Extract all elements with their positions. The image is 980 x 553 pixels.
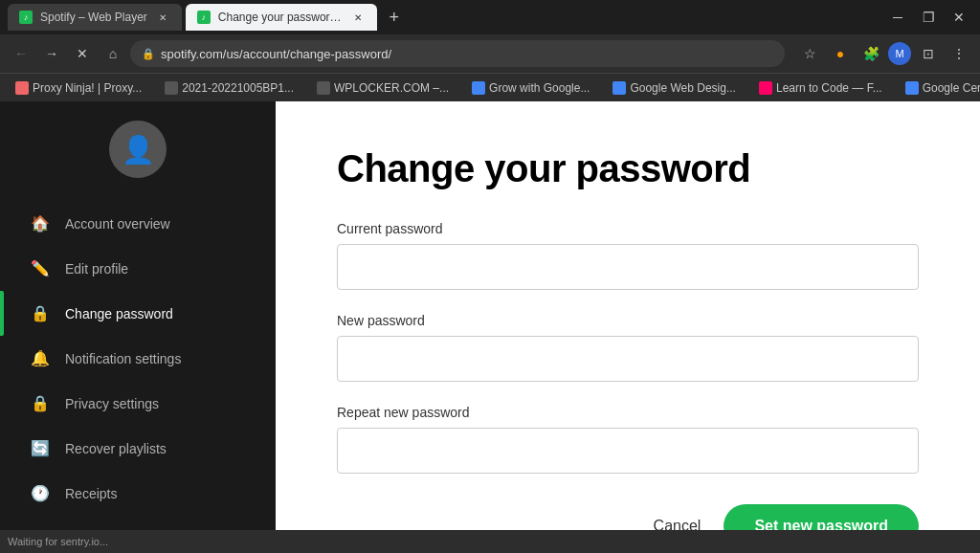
tab-favicon-change-password: ♪ — [197, 11, 211, 24]
reload-button[interactable]: ✕ — [69, 40, 96, 67]
content-area: Change your password Current password Ne… — [276, 101, 980, 530]
recover-icon: 🔄 — [31, 439, 50, 457]
sidebar-item-apps[interactable]: 🧩 Apps — [0, 516, 276, 530]
cast-button[interactable]: ⊡ — [915, 40, 942, 67]
form-actions: Cancel Set new password — [337, 504, 919, 530]
sidebar-nav: 🏠 Account overview ✏️ Edit profile 🔒 Cha… — [0, 193, 276, 530]
bookmarks-bar: Proxy Ninja! | Proxy... 2021-20221005BP1… — [0, 73, 980, 101]
edit-icon: ✏️ — [31, 259, 50, 277]
maximize-button[interactable]: ❐ — [915, 4, 942, 31]
apps-icon: 🧩 — [31, 529, 50, 530]
cancel-button[interactable]: Cancel — [654, 506, 702, 530]
bookmark-favicon — [165, 81, 178, 95]
tab-spotify-player[interactable]: ♪ Spotify – Web Player ✕ — [8, 4, 182, 31]
repeat-new-password-input[interactable] — [337, 428, 919, 474]
sidebar: 👤 🏠 Account overview ✏️ Edit profile 🔒 C… — [0, 101, 276, 530]
bookmark-2021[interactable]: 2021-20221005BP1... — [157, 79, 301, 97]
new-password-group: New password — [337, 313, 919, 382]
bookmark-favicon — [759, 81, 772, 95]
home-button[interactable]: ⌂ — [100, 40, 126, 67]
sidebar-label-notification-settings: Notification settings — [65, 351, 181, 366]
repeat-new-password-group: Repeat new password — [337, 405, 919, 474]
new-password-input[interactable] — [337, 336, 919, 382]
tab-favicon-spotify: ♪ — [19, 11, 33, 24]
receipts-icon: 🕐 — [31, 484, 50, 502]
sidebar-item-notification-settings[interactable]: 🔔 Notification settings — [0, 336, 276, 381]
lock-icon: 🔒 — [31, 304, 50, 322]
page-title: Change your password — [337, 147, 919, 190]
sidebar-item-edit-profile[interactable]: ✏️ Edit profile — [0, 246, 276, 291]
minimize-button[interactable]: ─ — [884, 4, 911, 31]
sidebar-item-change-password[interactable]: 🔒 Change password — [0, 291, 276, 336]
extensions-button[interactable]: 🧩 — [858, 40, 884, 67]
sidebar-item-privacy-settings[interactable]: 🔒 Privacy settings — [0, 381, 276, 426]
user-avatar-section: 👤 — [0, 101, 276, 193]
url-text: spotify.com/us/account/change-password/ — [161, 47, 391, 61]
back-button[interactable]: ← — [8, 40, 34, 67]
sidebar-label-change-password: Change password — [65, 306, 173, 321]
tab-bar: ♪ Spotify – Web Player ✕ ♪ Change your p… — [0, 0, 980, 34]
bookmark-wplocker[interactable]: WPLOCKER.COM –... — [309, 79, 457, 97]
bookmark-star-icon[interactable]: ☆ — [796, 40, 823, 67]
sidebar-item-account-overview[interactable]: 🏠 Account overview — [0, 201, 276, 246]
tab-close-change-password[interactable]: ✕ — [350, 10, 366, 25]
tab-change-password[interactable]: ♪ Change your password – Spotify ✕ — [186, 4, 377, 31]
nav-actions: ☆ ● 🧩 M ⊡ ⋮ — [796, 40, 972, 67]
bookmark-favicon — [15, 81, 29, 95]
main-content: 👤 🏠 Account overview ✏️ Edit profile 🔒 C… — [0, 101, 980, 530]
extension-icon[interactable]: ● — [827, 40, 854, 67]
bookmark-grow-google[interactable]: Grow with Google... — [464, 79, 597, 97]
current-password-group: Current password — [337, 221, 919, 290]
bookmark-google-certified[interactable]: Google Certified Co... — [898, 79, 980, 97]
more-options-button[interactable]: ⋮ — [946, 40, 972, 67]
secure-lock-icon: 🔒 — [142, 48, 155, 60]
sidebar-label-recover-playlists: Recover playlists — [65, 441, 167, 456]
bookmark-learn-code[interactable]: Learn to Code — F... — [751, 79, 890, 97]
sidebar-label-privacy-settings: Privacy settings — [65, 396, 159, 411]
close-window-button[interactable]: ✕ — [946, 4, 972, 31]
profile-button[interactable]: M — [888, 42, 911, 65]
sidebar-label-receipts: Receipts — [65, 486, 117, 501]
home-icon: 🏠 — [31, 214, 50, 232]
bookmark-proxy-ninja[interactable]: Proxy Ninja! | Proxy... — [8, 79, 149, 97]
set-new-password-button[interactable]: Set new password — [724, 504, 919, 530]
bookmark-favicon — [905, 81, 919, 95]
sidebar-label-edit-profile: Edit profile — [65, 261, 128, 276]
user-avatar[interactable]: 👤 — [109, 121, 167, 178]
tab-controls: ─ ❐ ✕ — [884, 4, 972, 31]
forward-button[interactable]: → — [38, 40, 65, 67]
bell-icon: 🔔 — [31, 349, 50, 367]
bookmark-favicon — [612, 81, 626, 95]
sidebar-item-receipts[interactable]: 🕐 Receipts — [0, 471, 276, 516]
bookmark-google-web[interactable]: Google Web Desig... — [605, 79, 744, 97]
bookmark-favicon — [317, 81, 330, 95]
nav-bar: ← → ✕ ⌂ 🔒 spotify.com/us/account/change-… — [0, 34, 980, 73]
privacy-lock-icon: 🔒 — [31, 394, 50, 412]
current-password-label: Current password — [337, 221, 919, 236]
address-bar[interactable]: 🔒 spotify.com/us/account/change-password… — [130, 40, 785, 67]
sidebar-item-recover-playlists[interactable]: 🔄 Recover playlists — [0, 426, 276, 471]
current-password-input[interactable] — [337, 244, 919, 290]
new-password-label: New password — [337, 313, 919, 328]
bookmark-favicon — [472, 81, 485, 95]
browser-chrome: ♪ Spotify – Web Player ✕ ♪ Change your p… — [0, 0, 980, 101]
new-tab-button[interactable]: + — [381, 4, 408, 31]
status-text: Waiting for sentry.io... — [8, 536, 108, 547]
tab-close-spotify[interactable]: ✕ — [155, 10, 170, 25]
sidebar-label-account-overview: Account overview — [65, 216, 170, 232]
repeat-new-password-label: Repeat new password — [337, 405, 919, 420]
status-bar: Waiting for sentry.io... — [0, 530, 980, 553]
